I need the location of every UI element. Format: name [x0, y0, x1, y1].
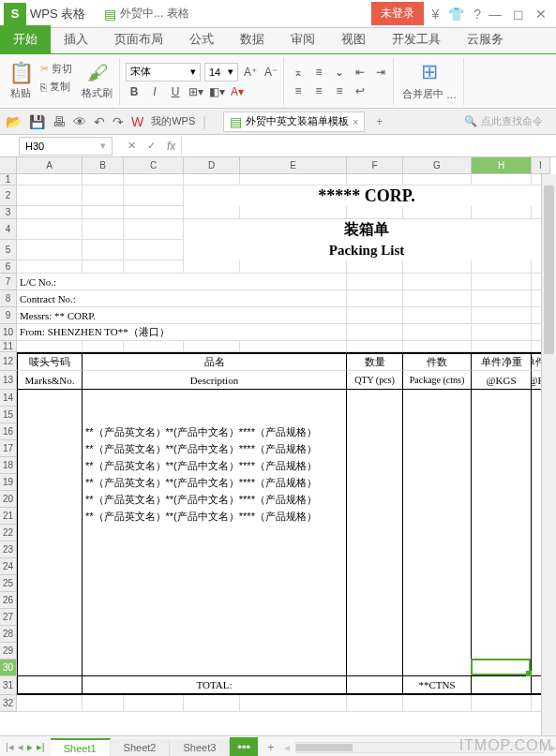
cell-content[interactable]: [347, 407, 403, 423]
cell-content[interactable]: [17, 592, 83, 609]
cell[interactable]: [472, 307, 532, 324]
cell-content[interactable]: [472, 676, 532, 695]
row-header[interactable]: 14: [0, 390, 17, 407]
cell[interactable]: [472, 695, 532, 712]
col-header[interactable]: H: [472, 157, 532, 174]
cell[interactable]: [347, 174, 403, 185]
row-header[interactable]: 26: [0, 592, 17, 609]
fill-button[interactable]: ◧▾: [208, 83, 225, 100]
cell[interactable]: [124, 174, 184, 185]
cell[interactable]: [83, 240, 124, 260]
indent-dec-icon[interactable]: ⇤: [352, 64, 368, 81]
cell[interactable]: [403, 324, 472, 341]
cell-content[interactable]: [472, 423, 532, 440]
cell-content[interactable]: [403, 457, 472, 474]
cell-content[interactable]: [472, 491, 532, 508]
cell-content[interactable]: [403, 575, 472, 592]
add-tab-icon[interactable]: +: [376, 115, 383, 128]
cell-content[interactable]: [403, 407, 472, 423]
cell-content[interactable]: [403, 440, 472, 457]
sheet-tab-3[interactable]: Sheet3: [170, 739, 230, 756]
cell-content[interactable]: [472, 592, 532, 609]
cell-content[interactable]: [17, 575, 83, 592]
cell[interactable]: [403, 307, 472, 324]
copy-button[interactable]: ⎘复制: [38, 79, 75, 95]
cell-content[interactable]: [17, 474, 83, 491]
cell[interactable]: [403, 260, 472, 274]
cell-content[interactable]: Messrs: ** CORP.: [17, 307, 347, 324]
cell[interactable]: [124, 695, 184, 712]
cell[interactable]: [347, 341, 403, 352]
cell[interactable]: [83, 260, 124, 274]
cell-content[interactable]: [17, 660, 550, 676]
cell-content[interactable]: 单件净重: [472, 352, 532, 371]
grid-body[interactable]: ***** CORP.装箱单Packing ListL/C No.:Contra…: [17, 174, 541, 735]
cell-content[interactable]: Package (ctns): [403, 371, 472, 390]
sheet-tab-2[interactable]: Sheet2: [111, 739, 171, 756]
cell-content[interactable]: [83, 609, 347, 626]
row-header[interactable]: 6: [0, 260, 17, 274]
cell-content[interactable]: [347, 676, 403, 695]
align-mid-icon[interactable]: ≡: [310, 64, 327, 81]
tab-review[interactable]: 审阅: [278, 25, 328, 53]
cell[interactable]: [240, 341, 347, 352]
cell[interactable]: [124, 260, 184, 274]
row-header[interactable]: 19: [0, 474, 17, 491]
cell-content[interactable]: [83, 541, 347, 558]
redo-icon[interactable]: ↷: [113, 114, 124, 129]
cell-content[interactable]: L/C No.:: [17, 274, 347, 290]
cell-content[interactable]: **（产品英文名）**(产品中文名）****（产品规格）: [83, 491, 347, 508]
row-header[interactable]: 12: [0, 352, 17, 371]
merge-button[interactable]: 合并居中…: [399, 86, 459, 102]
cell[interactable]: [472, 174, 532, 185]
tab-insert[interactable]: 插入: [51, 25, 101, 53]
shirt-icon[interactable]: 👕: [448, 7, 464, 22]
cell[interactable]: [472, 290, 532, 307]
cell-content[interactable]: [17, 525, 83, 541]
tab-cloud[interactable]: 云服务: [454, 25, 517, 53]
tab-view[interactable]: 视图: [328, 25, 379, 53]
cell[interactable]: [184, 341, 240, 352]
cell[interactable]: [403, 274, 472, 290]
fx-label[interactable]: fx: [167, 140, 175, 153]
cell-content[interactable]: Packing List: [184, 240, 550, 260]
sheet-prev-icon[interactable]: ◂: [18, 741, 23, 753]
cell-content[interactable]: **（产品英文名）**(产品中文名）****（产品规格）: [83, 440, 347, 457]
wps-icon[interactable]: W: [131, 114, 143, 129]
name-box[interactable]: H30▾: [19, 137, 113, 156]
cell-content[interactable]: [83, 626, 347, 643]
cell-content[interactable]: [83, 575, 347, 592]
row-header[interactable]: 17: [0, 440, 17, 457]
cell-content[interactable]: [403, 643, 472, 660]
cell-content[interactable]: [403, 609, 472, 626]
cell[interactable]: [240, 695, 347, 712]
size-select[interactable]: 14▾: [204, 63, 238, 82]
align-bot-icon[interactable]: ⌄: [331, 64, 348, 81]
increase-font-icon[interactable]: A⁺: [242, 64, 259, 81]
row-header[interactable]: 24: [0, 558, 17, 575]
cell-content[interactable]: Description: [83, 371, 347, 390]
cell-content[interactable]: [472, 508, 532, 525]
vertical-scrollbar[interactable]: [541, 174, 556, 735]
cell[interactable]: [347, 695, 403, 712]
sheet-next-icon[interactable]: ▸: [27, 741, 33, 753]
cell[interactable]: [17, 341, 83, 352]
cell[interactable]: [347, 324, 403, 341]
cell[interactable]: [17, 695, 83, 712]
cell[interactable]: [472, 324, 532, 341]
row-header[interactable]: 13: [0, 371, 17, 390]
cell-content[interactable]: [17, 508, 83, 525]
maximize-icon[interactable]: ◻: [513, 7, 524, 22]
cell[interactable]: [83, 341, 124, 352]
fx-cancel-icon[interactable]: ✕: [122, 140, 142, 152]
cell-content[interactable]: [403, 491, 472, 508]
help-icon[interactable]: ?: [473, 7, 481, 22]
cell-content[interactable]: 唛头号码: [17, 352, 83, 371]
cell[interactable]: [83, 695, 124, 712]
row-header[interactable]: 21: [0, 508, 17, 525]
row-header[interactable]: 32: [0, 695, 17, 712]
row-header[interactable]: 18: [0, 457, 17, 474]
paste-button[interactable]: 粘贴: [8, 85, 34, 101]
col-header[interactable]: C: [124, 157, 184, 174]
cell-content[interactable]: [403, 626, 472, 643]
